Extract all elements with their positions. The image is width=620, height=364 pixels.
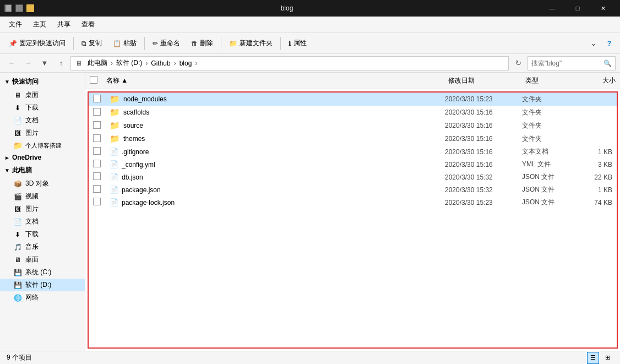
maximize-button[interactable]: □	[565, 0, 590, 17]
table-row[interactable]: 📄 package.json 2020/3/30 15:32 JSON 文件 1…	[89, 183, 617, 196]
sidebar-section-quick-access[interactable]: ▼ 快速访问	[0, 75, 85, 89]
table-row[interactable]: 📄 .gitignore 2020/3/30 15:16 文本文档 1 KB	[89, 145, 617, 158]
sidebar-item-blog[interactable]: 📁 个人博客搭建	[0, 139, 85, 151]
help-button[interactable]: ?	[603, 35, 616, 52]
sidebar: ▼ 快速访问 🖥 桌面 ⬇ 下载 📄 文档 🖼 图片 📁 个人博客搭建 ► On…	[0, 73, 85, 351]
details-view-button[interactable]: ☰	[587, 352, 599, 364]
sidebar-section-this-pc[interactable]: ▼ 此电脑	[0, 164, 85, 177]
sidebar-item-downloads-pc[interactable]: ⬇ 下载	[0, 228, 85, 241]
back-button[interactable]: ←	[4, 56, 19, 70]
delete-button[interactable]: 🗑 删除	[187, 35, 217, 52]
file-name-label: themes	[123, 135, 145, 143]
title-bar-icons	[4, 4, 34, 12]
table-row[interactable]: 📁 source 2020/3/30 15:16 文件夹	[89, 119, 617, 132]
row-checkbox[interactable]	[93, 95, 101, 102]
file-name-label: scaffolds	[123, 108, 149, 116]
row-checkbox[interactable]	[93, 147, 101, 155]
row-checkbox[interactable]	[93, 198, 101, 205]
column-name[interactable]: 名称 ▲	[102, 75, 444, 86]
file-date: 2020/3/30 15:16	[440, 161, 518, 169]
file-type: JSON 文件	[518, 185, 573, 194]
file-icon: 📄	[110, 198, 118, 207]
sidebar-item-documents-pc[interactable]: 📄 文档	[0, 215, 85, 228]
close-button[interactable]: ✕	[590, 0, 616, 17]
up-button[interactable]: ↑	[54, 56, 68, 70]
row-check	[89, 185, 105, 194]
minimize-button[interactable]: —	[540, 0, 565, 17]
sidebar-item-downloads[interactable]: ⬇ 下载	[0, 101, 85, 114]
sidebar-item-pictures[interactable]: 🖼 图片	[0, 127, 85, 139]
row-checkbox[interactable]	[93, 134, 101, 142]
breadcrumb: 此电脑 › 软件 (D:) › Github › blog ›	[85, 57, 197, 69]
sidebar-item-documents[interactable]: 📄 文档	[0, 114, 85, 127]
new-folder-button[interactable]: 📁 新建文件夹	[225, 35, 277, 52]
menu-home[interactable]: 主页	[28, 18, 52, 31]
copy-button[interactable]: ⧉ 复制	[77, 35, 106, 52]
status-right: ☰ ⊞	[587, 352, 613, 364]
toolbar: 📌 固定到快速访问 ⧉ 复制 📋 粘贴 ✏ 重命名 🗑 删除 📁 新建文件夹 ℹ…	[0, 33, 620, 54]
sidebar-section-onedrive[interactable]: ► OneDrive	[0, 151, 85, 164]
properties-icon: ℹ	[289, 40, 291, 47]
address-bar: ← → ▼ ↑ 🖥 此电脑 › 软件 (D:) › Github › blog …	[0, 54, 620, 73]
breadcrumb-drive[interactable]: 软件 (D:)	[114, 57, 144, 69]
column-date[interactable]: 修改日期	[444, 75, 521, 86]
table-row[interactable]: 📄 _config.yml 2020/3/30 15:16 YML 文件 3 K…	[89, 158, 617, 171]
status-bar: 9 个项目 ☰ ⊞	[0, 351, 620, 364]
breadcrumb-github[interactable]: Github	[149, 58, 172, 68]
sidebar-item-music[interactable]: 🎵 音乐	[0, 241, 85, 253]
title-bar: blog — □ ✕	[0, 0, 620, 17]
row-checkbox[interactable]	[93, 185, 101, 193]
options-button[interactable]: ⌄	[586, 35, 601, 52]
paste-button[interactable]: 📋 粘贴	[108, 35, 141, 52]
file-date: 2020/3/30 15:16	[440, 108, 518, 116]
sidebar-item-network[interactable]: 🌐 网络	[0, 291, 85, 304]
menu-share[interactable]: 共享	[52, 18, 76, 31]
menu-file[interactable]: 文件	[3, 18, 28, 31]
rename-icon: ✏	[153, 40, 158, 47]
row-checkbox[interactable]	[93, 172, 101, 180]
sidebar-item-video[interactable]: 🎬 视频	[0, 190, 85, 203]
sidebar-item-pictures-pc[interactable]: 🖼 图片	[0, 203, 85, 215]
file-date: 2020/3/30 15:23	[440, 95, 518, 103]
sidebar-item-drive-c[interactable]: 💾 系统 (C:)	[0, 266, 85, 279]
table-row[interactable]: 📄 db.json 2020/3/30 15:32 JSON 文件 22 KB	[89, 171, 617, 183]
file-name-label: package-lock.json	[122, 199, 175, 207]
properties-button[interactable]: ℹ 属性	[284, 35, 311, 52]
breadcrumb-pc[interactable]: 此电脑	[85, 57, 110, 69]
breadcrumb-blog[interactable]: blog	[177, 58, 194, 68]
large-icon-view-button[interactable]: ⊞	[601, 352, 613, 364]
folder-icon-title	[26, 4, 34, 12]
table-row[interactable]: 📁 themes 2020/3/30 15:16 文件夹	[89, 132, 617, 145]
file-size: 1 KB	[573, 186, 617, 194]
row-check	[89, 95, 105, 104]
recent-locations-button[interactable]: ▼	[37, 56, 52, 70]
quick-access-label: 快速访问	[12, 77, 39, 86]
file-name: 📄 .gitignore	[105, 148, 440, 156]
row-checkbox[interactable]	[93, 108, 101, 116]
sidebar-item-3d[interactable]: 📦 3D 对象	[0, 177, 85, 190]
row-checkbox[interactable]	[93, 121, 101, 129]
sidebar-item-drive-d[interactable]: 💾 软件 (D:)	[0, 279, 85, 291]
sidebar-item-desktop-pc[interactable]: 🖥 桌面	[0, 253, 85, 266]
table-row[interactable]: 📁 scaffolds 2020/3/30 15:16 文件夹	[89, 106, 617, 119]
toolbar-separator-1	[73, 37, 74, 50]
search-box[interactable]: 🔍	[527, 56, 616, 70]
address-input[interactable]: 🖥 此电脑 › 软件 (D:) › Github › blog ›	[70, 56, 509, 70]
menu-view[interactable]: 查看	[76, 18, 100, 31]
pin-to-quick-access-button[interactable]: 📌 固定到快速访问	[4, 35, 70, 52]
column-type[interactable]: 类型	[521, 75, 576, 86]
column-size[interactable]: 大小	[576, 75, 620, 86]
row-check	[89, 121, 105, 131]
table-row[interactable]: 📁 node_modules 2020/3/30 15:23 文件夹	[89, 93, 617, 106]
table-row[interactable]: 📄 package-lock.json 2020/3/30 15:23 JSON…	[89, 196, 617, 209]
refresh-button[interactable]: ↻	[511, 56, 525, 70]
file-name: 📄 package-lock.json	[105, 198, 440, 207]
search-input[interactable]	[531, 59, 601, 67]
rename-button[interactable]: ✏ 重命名	[148, 35, 184, 52]
title-bar-controls[interactable]: — □ ✕	[540, 0, 616, 17]
row-checkbox[interactable]	[93, 160, 101, 167]
file-name-label: .gitignore	[122, 148, 149, 156]
sidebar-item-desktop[interactable]: 🖥 桌面	[0, 89, 85, 101]
select-all-checkbox[interactable]	[90, 76, 97, 84]
forward-button[interactable]: →	[21, 56, 35, 70]
